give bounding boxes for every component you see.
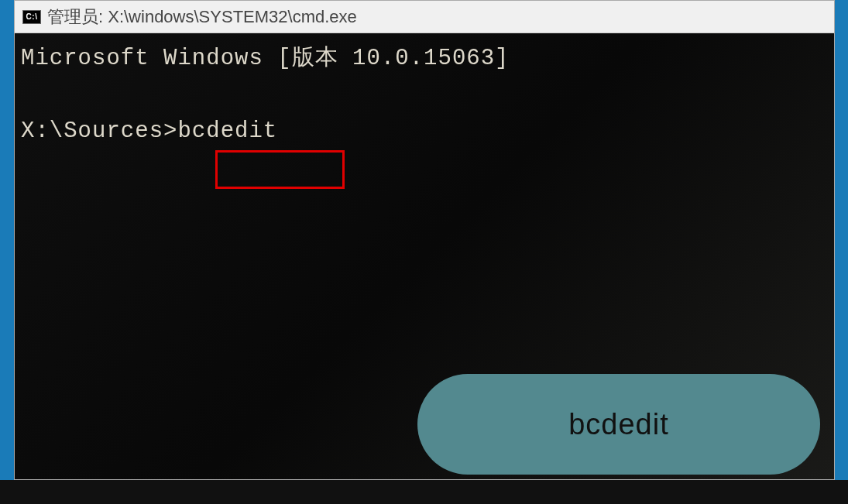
prompt-path: X:\Sources>	[21, 118, 177, 144]
cmd-window: C:\ 管理员: X:\windows\SYSTEM32\cmd.exe Mic…	[14, 0, 835, 480]
window-title: 管理员: X:\windows\SYSTEM32\cmd.exe	[47, 5, 357, 29]
annotation-badge: bcdedit	[417, 374, 820, 475]
command-input[interactable]: bcdedit	[177, 118, 277, 144]
highlight-box	[215, 150, 345, 189]
terminal-body[interactable]: Microsoft Windows [版本 10.0.15063] X:\Sou…	[15, 33, 834, 479]
title-bar[interactable]: C:\ 管理员: X:\windows\SYSTEM32\cmd.exe	[15, 1, 834, 33]
bottom-strip	[0, 480, 848, 504]
version-line: Microsoft Windows [版本 10.0.15063]	[21, 41, 828, 77]
cmd-icon: C:\	[22, 10, 41, 24]
prompt-line: X:\Sources>bcdedit	[21, 114, 828, 149]
annotation-label: bcdedit	[568, 401, 669, 448]
